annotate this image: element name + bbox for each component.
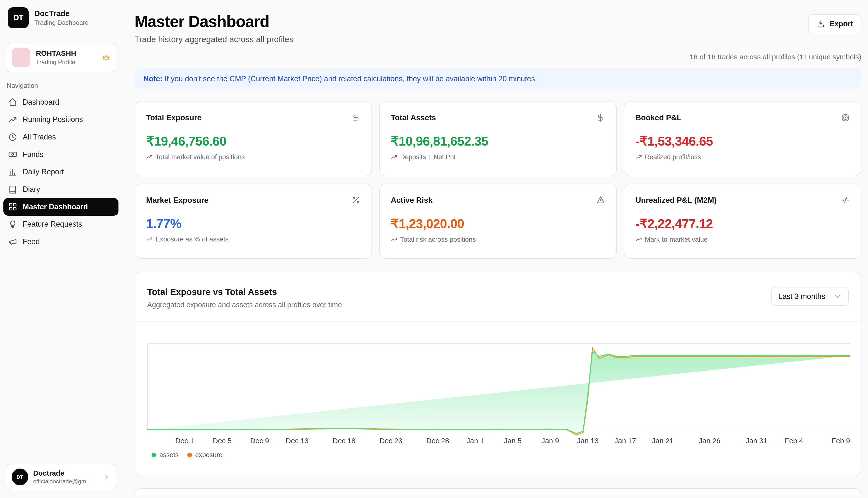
trades-summary: 16 of 16 trades across all profiles (11 … [135, 53, 862, 61]
app-window: DT DocTrade Trading Dashboard ROHTASHH T… [0, 0, 868, 498]
assets-legend-dot [151, 453, 156, 457]
stat-title: Total Assets [391, 113, 436, 122]
account-name: Doctrade [33, 469, 93, 477]
svg-text:Jan 13: Jan 13 [577, 437, 599, 445]
note-text: If you don't see the CMP (Current Market… [162, 75, 537, 83]
profile-name: ROHTASHH [36, 49, 76, 57]
alert-triangle-icon [596, 196, 605, 205]
account-card[interactable]: DT Doctrade officialdoctrade@gmail.... [5, 464, 116, 490]
sidebar-item-master-dashboard[interactable]: Master Dashboard [3, 198, 119, 216]
stat-caption: Exposure as % of assets [146, 235, 360, 243]
nav-section-label: Navigation [0, 74, 122, 93]
stat-caption: Deposits + Net PnL [391, 153, 605, 161]
app-tagline: Trading Dashboard [34, 19, 89, 27]
svg-text:Jan 9: Jan 9 [542, 437, 559, 445]
main-content: Master Dashboard Trade history aggregate… [122, 0, 868, 498]
svg-text:Dec 9: Dec 9 [250, 437, 269, 445]
sidebar-item-funds[interactable]: Funds [3, 146, 119, 163]
sidebar-item-running-positions[interactable]: Running Positions [3, 111, 119, 128]
trend-arrow-icon [146, 236, 152, 243]
sidebar-nav: Dashboard Running Positions All Trades F… [0, 93, 122, 250]
trend-arrow-icon [636, 236, 642, 243]
sidebar-item-feed[interactable]: Feed [3, 233, 119, 250]
trend-arrow-icon [636, 154, 642, 160]
app-brand: DT DocTrade Trading Dashboard [0, 0, 122, 36]
sidebar-item-dashboard[interactable]: Dashboard [3, 93, 119, 111]
svg-text:Dec 23: Dec 23 [379, 437, 402, 445]
note-label: Note: [143, 75, 162, 83]
divider [135, 321, 861, 322]
stat-value: ₹1,23,020.00 [391, 216, 605, 231]
chevron-right-icon [103, 473, 110, 481]
sidebar-item-label: Diary [23, 185, 40, 194]
stat-caption: Total market value of positions [146, 153, 360, 161]
trend-arrow-icon [391, 236, 397, 243]
dashboard-grid-icon [8, 202, 17, 211]
stats-grid: Total Exposure ₹19,46,756.60 Total marke… [135, 101, 862, 259]
trend-arrow-icon [146, 154, 152, 160]
dollar-icon [596, 113, 605, 122]
export-button[interactable]: Export [809, 14, 861, 33]
legend-item-assets: assets [151, 451, 178, 459]
sidebar-item-label: Running Positions [23, 115, 83, 124]
page-title: Master Dashboard [135, 12, 293, 31]
stat-title: Market Exposure [146, 196, 209, 205]
exposure-vs-assets-card: Total Exposure vs Total Assets Aggregate… [135, 272, 862, 476]
dollar-icon [351, 113, 360, 122]
sidebar-item-label: Feature Requests [23, 220, 82, 228]
svg-text:Jan 17: Jan 17 [615, 437, 636, 445]
bar-chart-icon [8, 168, 17, 176]
svg-text:Dec 13: Dec 13 [286, 437, 309, 445]
sidebar-item-daily-report[interactable]: Daily Report [3, 163, 119, 181]
sidebar-item-label: Feed [23, 237, 40, 246]
activity-icon [841, 196, 850, 205]
stat-title: Total Exposure [146, 113, 201, 122]
sidebar-item-label: Dashboard [23, 98, 59, 107]
doctrade-logo-icon: DT [8, 7, 29, 28]
app-name: DocTrade [34, 9, 89, 18]
target-icon [841, 113, 850, 122]
sidebar-item-diary[interactable]: Diary [3, 181, 119, 198]
next-section-edge [135, 488, 862, 495]
profile-avatar [12, 48, 30, 67]
sidebar-item-feature-requests[interactable]: Feature Requests [3, 216, 119, 233]
stat-card-total-exposure: Total Exposure ₹19,46,756.60 Total marke… [135, 101, 372, 176]
sidebar-item-label: All Trades [23, 133, 56, 141]
date-range-select[interactable]: Last 3 months [771, 287, 849, 306]
stat-value: -₹1,53,346.65 [636, 134, 850, 148]
chart-subtitle: Aggregated exposure and assets across al… [147, 301, 342, 309]
svg-text:Dec 28: Dec 28 [426, 437, 449, 445]
page-subtitle: Trade history aggregated across all prof… [135, 35, 293, 44]
stat-card-total-assets: Total Assets ₹10,96,81,652.35 Deposits +… [379, 101, 617, 176]
svg-text:Jan 31: Jan 31 [746, 437, 767, 445]
chart-title: Total Exposure vs Total Assets [147, 287, 342, 297]
date-range-value: Last 3 months [778, 292, 825, 301]
svg-text:Jan 1: Jan 1 [466, 437, 484, 445]
history-clock-icon [8, 133, 17, 141]
note-banner: Note: If you don't see the CMP (Current … [135, 68, 862, 89]
svg-text:Jan 21: Jan 21 [652, 437, 673, 445]
trending-up-icon [8, 115, 17, 124]
sidebar: DT DocTrade Trading Dashboard ROHTASHH T… [0, 0, 122, 498]
profile-type: Trading Profile [36, 59, 76, 66]
percent-icon [351, 196, 360, 205]
sidebar-item-label: Funds [23, 150, 43, 159]
chart-legend: assets exposure [135, 449, 861, 475]
trend-arrow-icon [391, 154, 397, 160]
profile-card[interactable]: ROHTASHH Trading Profile [5, 43, 116, 72]
svg-text:Feb 9: Feb 9 [832, 437, 850, 445]
legend-item-exposure: exposure [187, 451, 222, 459]
stat-title: Booked P&L [636, 113, 681, 122]
sidebar-item-all-trades[interactable]: All Trades [3, 128, 119, 146]
stat-title: Unrealized P&L (M2M) [636, 196, 717, 205]
home-icon [8, 97, 17, 106]
account-avatar: DT [12, 469, 28, 485]
download-icon [817, 20, 825, 28]
exposure-assets-area-chart[interactable]: Dec 1Dec 5Dec 9Dec 13Dec 18Dec 23Dec 28J… [147, 338, 850, 449]
stat-value: ₹19,46,756.60 [146, 134, 360, 148]
export-button-label: Export [830, 19, 853, 28]
sidebar-item-label: Master Dashboard [23, 202, 88, 211]
crown-icon [102, 53, 110, 62]
account-email: officialdoctrade@gmail.... [33, 478, 93, 485]
stat-card-unrealized-pnl: Unrealized P&L (M2M) -₹2,22,477.12 Mark-… [624, 184, 861, 259]
